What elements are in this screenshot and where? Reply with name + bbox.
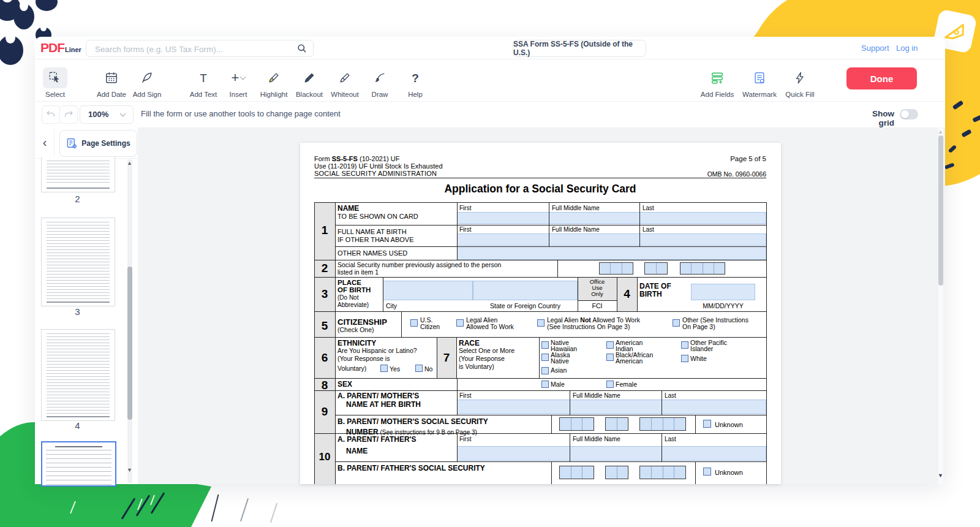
ssn-box-group[interactable] xyxy=(644,262,668,275)
table-line xyxy=(383,277,383,311)
show-grid-toggle[interactable] xyxy=(900,109,918,119)
row-number: 10 xyxy=(314,451,335,463)
help-tool-button[interactable]: ? Help xyxy=(394,67,436,98)
scroll-down-arrow[interactable]: ▼ xyxy=(127,468,132,473)
form-label: On Page 3) xyxy=(682,324,715,331)
highlight-brush-icon xyxy=(267,71,281,85)
checkbox-white[interactable] xyxy=(681,355,688,362)
checkbox-citizenship-other[interactable] xyxy=(673,319,680,327)
field-name-at-birth[interactable] xyxy=(457,233,766,246)
redo-button[interactable] xyxy=(59,105,78,124)
page-settings-button[interactable]: Page Settings xyxy=(59,130,137,157)
field-date-of-birth[interactable] xyxy=(691,284,755,300)
checkbox-female[interactable] xyxy=(606,381,614,388)
support-link[interactable]: Support xyxy=(861,44,889,53)
question-mark-icon: ? xyxy=(412,72,419,84)
row-number: 6 xyxy=(314,351,335,365)
tool-label: Add Fields xyxy=(696,91,738,98)
checkbox-black-african-american[interactable] xyxy=(606,354,614,361)
ssn-box-group[interactable] xyxy=(639,417,686,431)
table-line xyxy=(766,202,767,484)
page-number-label: 2 xyxy=(41,194,114,204)
sub-toolbar: 100% Fill the form or use another tools … xyxy=(35,101,945,128)
whiteout-brush-icon xyxy=(338,71,352,85)
checkbox-father-ssn-unknown[interactable] xyxy=(703,468,711,476)
pdfliner-logo[interactable]: PDF Liner xyxy=(40,40,81,55)
checkbox-us-citizen[interactable] xyxy=(410,319,418,327)
field-birth-city[interactable] xyxy=(383,281,473,300)
checkbox-male[interactable] xyxy=(541,381,549,388)
watermark-tool-button[interactable]: Watermark xyxy=(739,67,780,98)
scroll-up-arrow[interactable]: ▲ xyxy=(127,161,132,166)
form-label: OTHER NAMES USED xyxy=(337,249,407,257)
field-father-name[interactable] xyxy=(457,446,766,461)
form-label: (See Instructions On Page 3) xyxy=(547,324,630,331)
page-thumbnail-3[interactable] xyxy=(41,218,115,306)
sidebar-scrollbar-thumb[interactable] xyxy=(127,267,132,420)
table-line xyxy=(570,433,570,461)
checkbox-alaska-native[interactable] xyxy=(541,354,549,361)
checkbox-hispanic-yes[interactable] xyxy=(380,365,388,372)
field-other-names[interactable] xyxy=(457,246,766,260)
table-line xyxy=(335,246,766,247)
ssn-box-group[interactable] xyxy=(680,262,725,275)
checkbox-legal-alien-not-allowed[interactable] xyxy=(537,319,545,327)
collapse-sidebar-chevron[interactable]: ‹ xyxy=(39,135,51,150)
page-thumbnail-5-selected[interactable] xyxy=(41,441,116,487)
form-label: No xyxy=(424,366,432,373)
canvas-scrollbar-thumb[interactable] xyxy=(938,135,943,286)
page-thumbnail-2[interactable] xyxy=(41,157,115,192)
login-link[interactable]: Log in xyxy=(896,44,918,53)
form-label: B. PARENT/ MOTHER'S SOCIAL SECURITY xyxy=(337,418,488,426)
checkbox-native-hawaiian[interactable] xyxy=(541,341,549,349)
quick-fill-tool-button[interactable]: Quick Fill xyxy=(779,67,821,98)
scroll-up-arrow[interactable]: ▲ xyxy=(938,129,943,135)
select-tool-button[interactable]: Select xyxy=(34,67,76,98)
ssn-box-group[interactable] xyxy=(605,417,628,431)
navy-blob-decoration xyxy=(13,4,34,29)
ssn-box-group[interactable] xyxy=(559,417,594,431)
checkbox-other-pacific-islander[interactable] xyxy=(681,341,688,349)
add-sign-tool-button[interactable]: Add Sign xyxy=(126,67,168,98)
field-birth-state[interactable] xyxy=(473,281,578,300)
form-label: White xyxy=(690,355,707,363)
form-label: Full Middle Name xyxy=(552,226,600,233)
text-T-icon: T xyxy=(200,72,207,84)
checkbox-mother-ssn-unknown[interactable] xyxy=(703,420,711,428)
add-fields-tool-button[interactable]: Add Fields xyxy=(696,67,738,98)
checkbox-asian[interactable] xyxy=(541,367,549,374)
field-name-on-card[interactable] xyxy=(457,212,766,224)
current-document-pill: SSA Form SS-5-FS (Outside of the U.S.) xyxy=(513,40,646,57)
done-button[interactable]: Done xyxy=(846,67,917,89)
checkbox-hispanic-no[interactable] xyxy=(415,365,423,372)
thumbnail-text-lines xyxy=(47,333,110,414)
ssn-box-group[interactable] xyxy=(639,466,686,479)
form-label: City xyxy=(386,303,397,310)
watermark-document-icon xyxy=(753,71,766,85)
form-label: Asian xyxy=(551,367,567,374)
ssn-box-group[interactable] xyxy=(559,466,594,479)
signature-pen-icon xyxy=(140,71,154,85)
form-label: PLACE xyxy=(337,279,361,287)
gray-stroke-decoration xyxy=(211,494,219,521)
scroll-down-arrow[interactable]: ▼ xyxy=(938,473,943,479)
ssn-box-group[interactable] xyxy=(605,466,628,479)
checkbox-american-indian[interactable] xyxy=(606,341,614,349)
undo-button[interactable] xyxy=(42,105,60,124)
search-input[interactable] xyxy=(94,40,292,58)
thumbnail-text-lines xyxy=(47,161,110,184)
checkbox-legal-alien-allowed[interactable] xyxy=(456,319,464,327)
search-form xyxy=(86,40,314,57)
thumbnail-text-lines xyxy=(47,222,110,300)
row-number: 2 xyxy=(314,262,335,275)
zoom-level-dropdown[interactable]: 100% xyxy=(80,105,134,124)
form-label: BIRTH xyxy=(639,290,662,298)
form-label: Select One or More xyxy=(459,347,514,355)
ssn-box-group[interactable] xyxy=(599,262,633,275)
search-icon[interactable] xyxy=(297,44,307,53)
page-number-label: 3 xyxy=(41,306,114,317)
page-thumbnail-4[interactable] xyxy=(41,329,115,421)
form-label: Last xyxy=(643,205,654,211)
field-mother-name[interactable] xyxy=(457,400,766,414)
form-label: Male xyxy=(551,381,565,389)
